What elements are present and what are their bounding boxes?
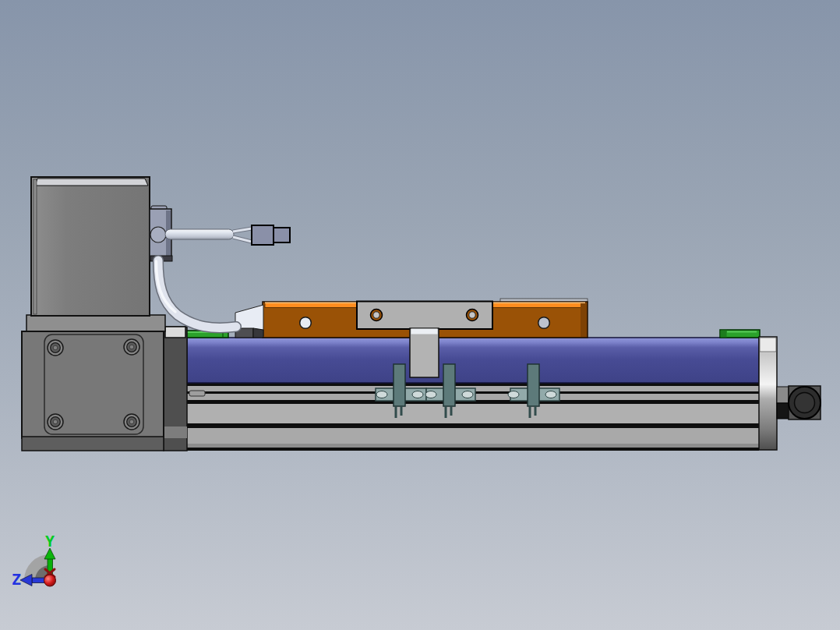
body-blue-panel[interactable] [187,338,759,383]
motor-top-bevel [35,179,148,186]
plug-tip [274,228,290,242]
sensor-strip-slot [462,391,473,398]
bracket-body [394,364,405,406]
sensor-strip-slot [508,391,519,398]
cad-viewport[interactable]: Y Z [0,0,840,630]
sensor-strip-slot [412,391,423,398]
end-cap[interactable] [759,337,777,450]
knob-mount-gray [777,387,789,403]
gearbox-foot [22,437,164,451]
stepper-motor[interactable] [31,177,150,316]
axis-x-origin-sphere [44,575,56,586]
sensor-strip-slot [425,391,436,398]
plate-bolt-hole-center [469,312,475,318]
sensor-strip-slot [376,391,387,398]
cable-clamp[interactable] [235,305,263,338]
clamp-base-right [253,328,263,338]
bracket-body [528,364,539,406]
gearbox-screw [48,340,63,356]
base-slot [189,391,205,396]
sensor-strip-slot [545,391,556,398]
gearbox-flange [26,315,165,331]
rail-hole [538,317,550,329]
stage-end-block[interactable] [164,327,187,451]
bracket-pin [529,406,531,418]
wire [233,228,252,232]
bracket-pin [401,406,403,416]
gearbox-screw [124,339,139,355]
plug-body [252,225,274,245]
end-cap-face [759,337,777,450]
end-knob[interactable] [777,386,821,419]
gearbox-face [22,331,164,438]
bracket-pin [395,406,397,418]
gearbox-housing[interactable] [22,315,165,451]
cable-tube [165,229,234,239]
bracket-pin [445,406,447,418]
rail-end-shade [581,303,587,337]
knob-inner [795,393,815,413]
tab-face [410,328,439,377]
motor-cable-horizontal[interactable] [165,228,252,242]
bracket-pin [450,406,453,416]
plate-bolt-hole-center [373,312,379,318]
base-band [187,404,759,423]
green-sensor-shade [721,331,727,338]
limit-sensor-green-right[interactable] [720,330,760,338]
green-sensor-highlight [727,331,757,333]
motor-left-edge [34,179,37,314]
base-band [187,444,759,448]
blue-panel-face [187,338,759,383]
rail-hole [300,317,312,329]
tab-top-highlight [411,329,438,334]
connector-boss [150,227,166,242]
cable-core [158,260,236,327]
bracket-pin [535,406,537,416]
end-block-cap [165,327,185,338]
carriage-plate[interactable] [357,302,492,330]
carriage-tab[interactable] [410,328,439,377]
linear-actuator-illustration: Y Z [0,0,840,630]
motor-body [31,177,150,316]
axis-z-label: Z [12,570,21,589]
cable-outline [158,260,236,327]
knob-mount-black [777,403,789,419]
axis-y-label: Y [45,532,55,550]
cable-plug[interactable] [252,225,290,245]
end-cap-top-highlight [760,338,776,352]
end-block-band [164,426,187,438]
motor-cable-curved[interactable] [157,260,237,327]
base-band [187,428,759,444]
gearbox-screw [124,414,139,430]
orientation-triad[interactable]: Y Z [12,532,56,589]
bracket-body [443,364,455,406]
gearbox-screw [48,414,63,430]
